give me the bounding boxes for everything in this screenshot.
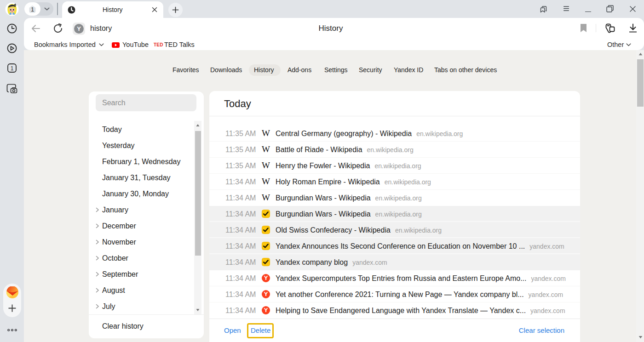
svg-text:1: 1: [31, 6, 34, 12]
svg-text:1: 1: [11, 65, 14, 72]
